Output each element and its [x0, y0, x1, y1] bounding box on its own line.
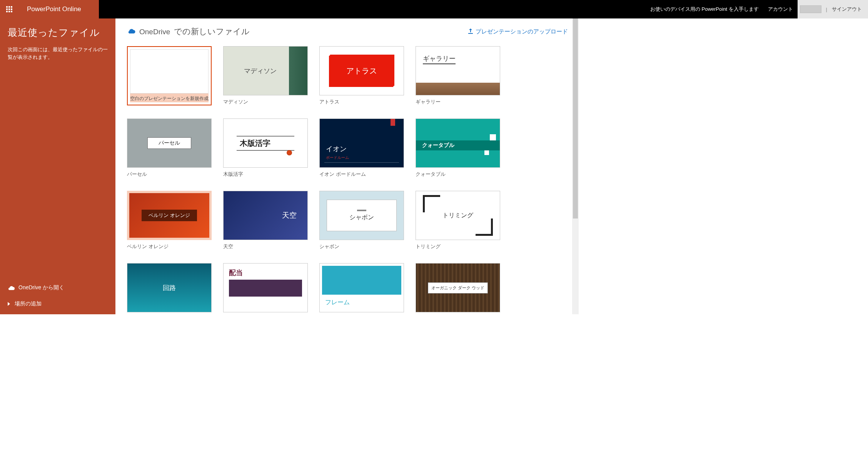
- template-atlas[interactable]: アトラス アトラス: [319, 46, 404, 105]
- main-header-left: OneDrive での新しいファイル: [127, 26, 250, 37]
- thumb-text: クォータブル: [416, 140, 500, 150]
- thumb-text: フレーム: [320, 295, 404, 312]
- app-launcher-button[interactable]: [0, 0, 18, 18]
- thumb-text: ベルリン オレンジ: [142, 210, 197, 221]
- upload-label: プレゼンテーションのアップロード: [476, 28, 568, 35]
- get-desktop-link[interactable]: お使いのデバイス用の PowerPoint を入手します: [646, 0, 763, 18]
- template-label: トリミング: [416, 240, 500, 250]
- thumb-text: ギャラリー: [423, 55, 456, 64]
- user-area: | サインアウト: [798, 0, 868, 18]
- waffle-icon: [6, 6, 12, 12]
- template-label: ベルリン オレンジ: [127, 240, 212, 250]
- user-name-placeholder: [800, 5, 821, 13]
- sidebar: 最近使ったファイル 次回この画面には、最近使ったファイルの一覧が表示されます。 …: [0, 0, 115, 314]
- topbar-left: PowerPoint Online: [0, 0, 99, 18]
- add-place-label: 場所の追加: [15, 300, 42, 307]
- caret-right-icon: [8, 302, 11, 306]
- thumb-text: シャボン: [349, 213, 374, 222]
- open-from-onedrive-button[interactable]: OneDrive から開く: [0, 280, 115, 296]
- template-sky[interactable]: 天空 天空: [223, 191, 308, 250]
- thumb-text: 回路: [163, 284, 176, 292]
- new-file-label: での新しいファイル: [174, 26, 250, 37]
- signout-link[interactable]: サインアウト: [832, 6, 866, 13]
- template-blank[interactable]: 空白のプレゼンテーションを新規作成: [127, 46, 212, 105]
- template-label: パーセル: [127, 168, 212, 178]
- template-gallery[interactable]: ギャラリー ギャラリー: [416, 46, 500, 105]
- app-title: PowerPoint Online: [27, 5, 81, 13]
- thumb-text: オーガニック ダーク ウッド: [428, 282, 488, 294]
- account-link[interactable]: アカウント: [763, 0, 798, 18]
- sidebar-heading: 最近使ったファイル: [0, 18, 115, 43]
- thumb-text: アトラス: [346, 66, 377, 76]
- template-label: 配当: [223, 312, 308, 314]
- separator: |: [826, 7, 827, 12]
- template-label: 木版活字: [223, 168, 308, 178]
- template-label: フレーム: [319, 312, 404, 314]
- template-dividend[interactable]: 配当 配当: [223, 263, 308, 314]
- topbar-right: お使いのデバイス用の PowerPoint を入手します アカウント | サイン…: [646, 0, 868, 18]
- main-header: OneDrive での新しいファイル プレゼンテーションのアップロード: [127, 26, 568, 37]
- template-frame[interactable]: フレーム フレーム: [319, 263, 404, 314]
- template-grid: 空白のプレゼンテーションを新規作成 マディソン マディソン アトラス アトラス …: [127, 46, 568, 314]
- main: OneDrive での新しいファイル プレゼンテーションのアップロード 空白のプ…: [115, 0, 579, 314]
- upload-presentation-button[interactable]: プレゼンテーションのアップロード: [468, 28, 568, 35]
- cloud-icon: [8, 285, 15, 290]
- template-madison[interactable]: マディソン マディソン: [223, 46, 308, 105]
- thumb-subtext: ボードルーム: [326, 155, 349, 160]
- template-woodtype[interactable]: 木版活字 木版活字: [223, 118, 308, 178]
- thumb-text: 木版活字: [240, 139, 270, 147]
- template-label: シャボン: [319, 240, 404, 250]
- root: 最近使ったファイル 次回この画面には、最近使ったファイルの一覧が表示されます。 …: [0, 0, 579, 314]
- scrollbar-thumb[interactable]: [573, 18, 578, 218]
- template-label: 回路: [127, 312, 212, 314]
- template-label: イオン ボードルーム: [319, 168, 404, 178]
- template-label: クォータブル: [416, 168, 500, 178]
- template-parcel[interactable]: パーセル パーセル: [127, 118, 212, 178]
- thumb-text: トリミング: [442, 212, 473, 220]
- add-place-button[interactable]: 場所の追加: [0, 296, 115, 312]
- thumb-text: パーセル: [147, 137, 191, 149]
- open-from-onedrive-label: OneDrive から開く: [18, 284, 64, 291]
- onedrive-icon: [127, 28, 135, 35]
- app-title-wrap: PowerPoint Online: [18, 0, 99, 18]
- template-crop[interactable]: トリミング トリミング: [416, 191, 500, 250]
- template-quotable[interactable]: クォータブル クォータブル: [416, 118, 500, 178]
- template-wood[interactable]: オーガニック ダーク ウッド オーガニック ダーク ウッド: [416, 263, 500, 314]
- template-circuit[interactable]: 回路 回路: [127, 263, 212, 314]
- onedrive-label: OneDrive: [139, 28, 170, 36]
- template-berlin[interactable]: ベルリン オレンジ ベルリン オレンジ: [127, 191, 212, 250]
- scrollbar[interactable]: [572, 18, 579, 314]
- template-ion[interactable]: イオンボードルーム イオン ボードルーム: [319, 118, 404, 178]
- template-label: アトラス: [319, 95, 404, 105]
- main-scroll[interactable]: OneDrive での新しいファイル プレゼンテーションのアップロード 空白のプ…: [115, 18, 579, 314]
- upload-icon: [468, 28, 473, 35]
- thumb-text: 配当: [229, 268, 302, 277]
- thumb-text: 天空: [282, 210, 297, 220]
- topbar: PowerPoint Online お使いのデバイス用の PowerPoint …: [0, 0, 868, 18]
- template-label: ギャラリー: [416, 95, 500, 105]
- template-label: マディソン: [223, 95, 308, 105]
- sidebar-subtext: 次回この画面には、最近使ったファイルの一覧が表示されます。: [0, 43, 115, 63]
- sidebar-bottom: OneDrive から開く 場所の追加: [0, 280, 115, 314]
- template-label: 天空: [223, 240, 308, 250]
- template-soap[interactable]: シャボン シャボン: [319, 191, 404, 250]
- thumb-text: マディソン: [244, 67, 277, 75]
- template-label: オーガニック ダーク ウッド: [416, 312, 500, 314]
- thumb-text: イオン: [326, 144, 347, 153]
- template-label: 空白のプレゼンテーションを新規作成: [130, 93, 209, 102]
